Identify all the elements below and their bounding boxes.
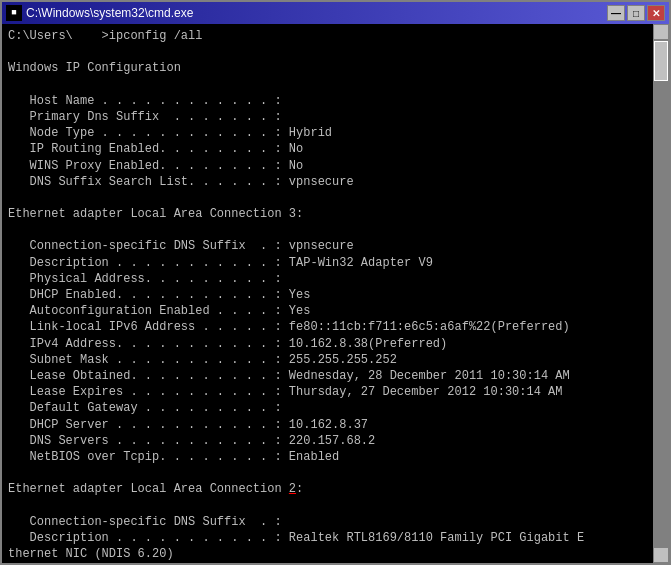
title-bar: ■ C:\Windows\system32\cmd.exe — □ ✕	[2, 2, 669, 24]
window-title: C:\Windows\system32\cmd.exe	[26, 6, 193, 20]
title-buttons: — □ ✕	[607, 5, 665, 21]
scrollbar[interactable]: ▲ ▼	[653, 24, 669, 563]
scroll-down-button[interactable]: ▼	[653, 547, 669, 563]
cmd-window: ■ C:\Windows\system32\cmd.exe — □ ✕ C:\U…	[0, 0, 671, 565]
close-button[interactable]: ✕	[647, 5, 665, 21]
title-bar-left: ■ C:\Windows\system32\cmd.exe	[6, 5, 193, 21]
scroll-up-button[interactable]: ▲	[653, 24, 669, 40]
terminal-output: C:\Users\ >ipconfig /all Windows IP Conf…	[8, 28, 663, 563]
scrollbar-track	[653, 40, 669, 547]
minimize-button[interactable]: —	[607, 5, 625, 21]
window-icon: ■	[6, 5, 22, 21]
scrollbar-thumb[interactable]	[654, 41, 668, 81]
terminal-content: C:\Users\ >ipconfig /all Windows IP Conf…	[2, 24, 669, 563]
maximize-button[interactable]: □	[627, 5, 645, 21]
